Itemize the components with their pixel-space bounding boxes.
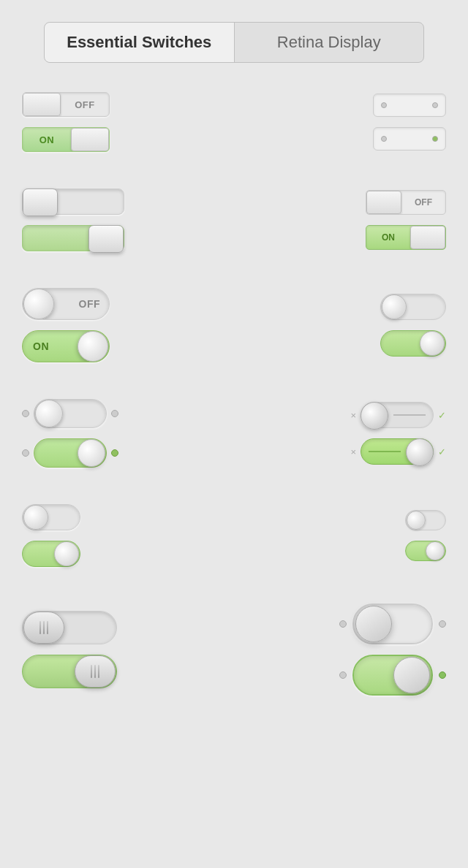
switch-slider-on[interactable] [22, 225, 124, 251]
pill-dot-wrap-off [22, 399, 118, 428]
mark-check-off: ✓ [438, 410, 446, 421]
switch-dot-on[interactable] [373, 127, 446, 151]
switch-oval-off[interactable] [352, 604, 433, 644]
knob-slider-mark-off [361, 402, 388, 430]
row-group-2: OFF ON [22, 189, 446, 251]
row-group-3: OFF ON [22, 288, 446, 362]
col-right-1 [373, 94, 446, 151]
dot-right-off [432, 102, 438, 108]
tab-bar: Essential Switches Retina Display [44, 22, 424, 63]
switch-tiny-on[interactable] [405, 541, 446, 561]
dot-right-on [432, 136, 438, 142]
ridge-on-2 [94, 665, 96, 678]
knob-rect-off [23, 93, 61, 116]
knob-tiny-off [407, 511, 426, 530]
knob-pill-md-on [420, 331, 445, 356]
col-right-2: OFF ON [366, 190, 446, 250]
ridge-3 [47, 621, 48, 634]
knob-slider-off [23, 189, 58, 216]
knob-compact-on [410, 226, 445, 249]
switch-pill-dot-off[interactable] [34, 399, 107, 428]
switch-compact-off[interactable]: OFF [366, 190, 446, 215]
switch-pill-lg-on[interactable]: ON [22, 330, 110, 362]
knob-ridged-off [23, 612, 64, 644]
mark-x-on: × [350, 446, 356, 457]
knob-tiny-on [426, 541, 445, 560]
col-left-4 [22, 399, 118, 468]
switch-rect-off[interactable]: OFF [22, 92, 110, 117]
dot-oval-left-off [339, 620, 347, 628]
dot-oval-right-off [439, 620, 446, 628]
switch-ridged-on[interactable] [22, 655, 117, 688]
col-left-1: OFF ON [22, 92, 110, 152]
line-track-off [393, 414, 426, 416]
pill-dot-wrap-on [22, 438, 118, 468]
knob-slider-on [88, 225, 124, 253]
slider-mark-wrap-off: × ✓ [350, 402, 446, 428]
switch-rect-on[interactable]: ON [22, 127, 110, 152]
switch-oval-on[interactable] [352, 655, 433, 696]
switch-pill-dot-on[interactable] [34, 438, 107, 468]
col-right-6 [339, 604, 446, 696]
switch-slider-off[interactable] [22, 189, 124, 215]
mark-x-off: × [350, 410, 356, 421]
ridge-1 [39, 621, 41, 634]
knob-pd-off [35, 400, 63, 427]
ridge-2 [43, 621, 45, 634]
dot-left-on [381, 136, 387, 142]
knob-pd-on [78, 439, 105, 467]
knob-oval-on [393, 657, 430, 693]
knob-rect-on [71, 128, 109, 151]
dot-left-off [381, 102, 387, 108]
line-track-on [369, 451, 401, 452]
label-pill-lg-off: OFF [79, 298, 101, 310]
switch-compact-on[interactable]: ON [366, 225, 446, 250]
knob-slider-mark-on [406, 438, 434, 466]
switch-small-off[interactable] [22, 504, 80, 530]
col-left-6 [22, 611, 117, 688]
ridge-on-3 [98, 665, 99, 678]
label-pill-lg-on: ON [33, 340, 49, 352]
switch-pill-lg-off[interactable]: OFF [22, 288, 110, 320]
col-right-4: × ✓ × ✓ [350, 402, 446, 465]
knob-pill-lg-off [23, 289, 54, 319]
label-rect-on: ON [23, 134, 71, 145]
dot-ind-left-on [22, 449, 29, 457]
label-rect-off: OFF [61, 99, 109, 110]
knob-small-on [54, 541, 79, 566]
knob-ridged-on [75, 655, 116, 688]
switch-dot-off[interactable] [373, 94, 446, 117]
tab-retina[interactable]: Retina Display [235, 23, 424, 62]
col-left-3: OFF ON [22, 288, 110, 362]
dot-ind-right-off [111, 410, 118, 417]
dot-oval-left-on [339, 671, 347, 679]
dot-oval-right-on [439, 671, 446, 679]
dot-ind-left-off [22, 410, 29, 417]
switches-content: OFF ON [22, 92, 446, 717]
switch-slider-mark-on[interactable] [361, 438, 434, 465]
tab-essential[interactable]: Essential Switches [45, 23, 235, 62]
label-compact-off: OFF [401, 197, 445, 208]
dot-ind-right-on [111, 449, 118, 457]
switch-slider-mark-off[interactable] [361, 402, 434, 428]
switch-pill-md-on[interactable] [380, 330, 446, 357]
switch-ridged-off[interactable] [22, 611, 117, 644]
knob-oval-off [355, 606, 392, 642]
oval-dot-wrap-on [339, 655, 446, 696]
label-compact-on: ON [366, 232, 410, 243]
col-right-3 [380, 294, 446, 357]
switch-small-on[interactable] [22, 541, 80, 567]
switch-tiny-off[interactable] [405, 510, 446, 530]
row-group-5 [22, 504, 446, 567]
col-right-5 [405, 510, 446, 561]
row-group-4: × ✓ × ✓ [22, 399, 446, 468]
col-left-2 [22, 189, 124, 251]
knob-small-off [23, 505, 48, 530]
slider-mark-wrap-on: × ✓ [350, 438, 446, 465]
ridge-on-1 [91, 665, 92, 678]
switch-pill-md-off[interactable] [380, 294, 446, 320]
knob-pill-lg-on [78, 331, 108, 362]
row-group-1: OFF ON [22, 92, 446, 152]
mark-check-on: ✓ [438, 446, 446, 457]
knob-compact-off [366, 191, 401, 214]
